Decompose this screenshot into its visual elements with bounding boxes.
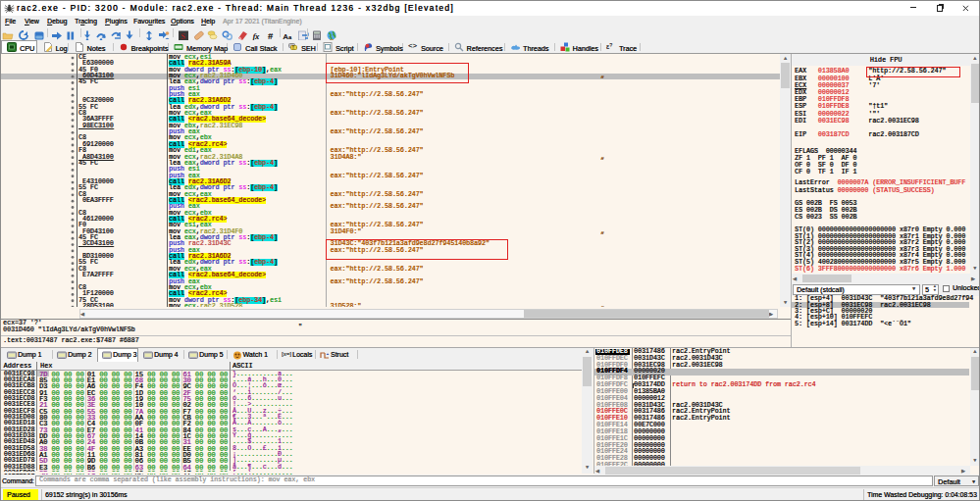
svg-text:a: a: [288, 34, 292, 40]
svg-text:!: !: [292, 44, 293, 50]
